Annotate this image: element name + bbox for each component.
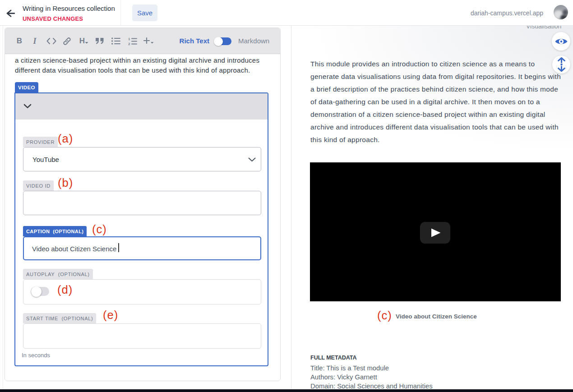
svg-text:1: 1 — [128, 37, 130, 41]
svg-text:2: 2 — [128, 42, 130, 45]
